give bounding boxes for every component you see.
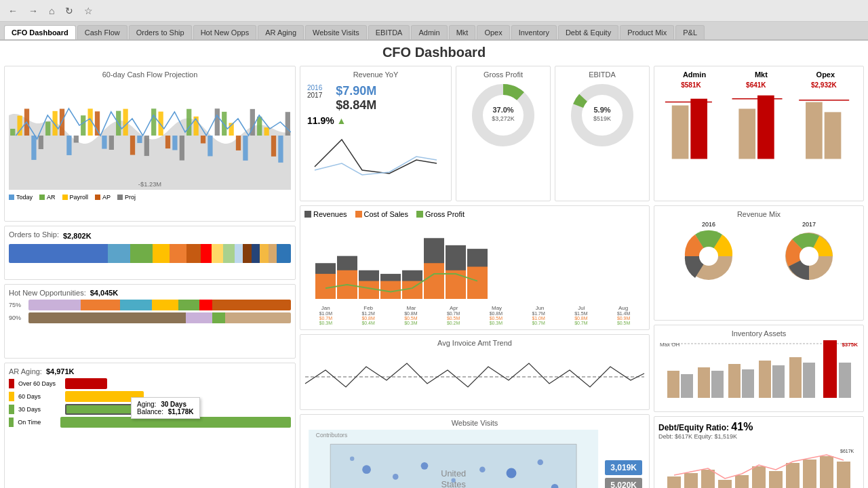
data-cell: $0.5M: [617, 321, 630, 325]
svg-point-95: [800, 247, 818, 266]
month-label: Feb: [363, 305, 373, 311]
orders-bar-segment: [277, 244, 291, 263]
tab-admin[interactable]: Admin: [411, 25, 447, 39]
svg-rect-36: [264, 127, 269, 136]
svg-point-93: [699, 247, 718, 266]
revenue-mix-title: Revenue Mix: [658, 210, 859, 218]
nav-bookmark-button[interactable]: ☆: [81, 4, 96, 18]
hotopps-amount: $4,045K: [90, 289, 119, 297]
orders-bar-segment: [252, 244, 260, 263]
bar75-label: 75%: [9, 302, 26, 308]
revenue-chart-legend: Revenues Cost of Sales Gross Profit: [304, 210, 645, 218]
hotopps-title: Hot New Opportunities:: [9, 289, 86, 297]
opex-label: Opex: [816, 70, 835, 79]
browser-bar: ← → ⌂ ↻ ☆: [0, 0, 868, 22]
svg-rect-9: [74, 136, 79, 143]
month-label: Apr: [450, 305, 458, 311]
revenue-amounts: $7.90M $8.84M: [336, 84, 376, 113]
data-cell: $1.0M: [532, 316, 545, 321]
orders-amount: $2,802K: [63, 232, 92, 240]
nav-back-button[interactable]: ←: [5, 4, 20, 18]
legend-today-dot: [9, 195, 14, 200]
svg-rect-37: [271, 136, 276, 157]
svg-rect-33: [243, 136, 248, 161]
araging-ontime-indicator: [9, 418, 14, 427]
revmix-2017: 2017: [782, 221, 836, 285]
tab-opex[interactable]: Opex: [477, 25, 509, 39]
growth-arrow: ▲: [337, 115, 347, 126]
revenue-growth: 11.9% ▲: [304, 115, 447, 126]
svg-text:United: United: [441, 468, 466, 479]
tab-product-mix[interactable]: Product Mix: [620, 25, 674, 39]
admin-label: Admin: [683, 70, 706, 79]
tab-cash-flow[interactable]: Cash Flow: [77, 25, 127, 39]
visit-stat1: 3,019K: [605, 460, 642, 475]
nav-refresh-button[interactable]: ↻: [62, 4, 76, 18]
tab-website-visits[interactable]: Website Visits: [305, 25, 367, 39]
revenue-year2017: 2017: [307, 92, 322, 99]
araging-tooltip: Aging: 30 Days Balance: $1,178K: [131, 397, 200, 419]
svg-rect-16: [123, 109, 127, 136]
nav-forward-button[interactable]: →: [26, 4, 41, 18]
orders-bar-segment: [130, 244, 153, 263]
tab-cfo-dashboard[interactable]: CFO Dashboard: [4, 25, 76, 39]
araging-60-label: 60 Days: [18, 393, 62, 400]
max-oh-label: Max OH: [660, 342, 679, 348]
araging-30-indicator: [9, 405, 14, 414]
data-cell: $0.5M: [447, 316, 460, 321]
tooltip-aging-line: Aging: 30 Days: [137, 401, 194, 408]
legend-cos-dot: [355, 211, 362, 218]
svg-rect-84: [690, 99, 707, 159]
orders-bar-segment: [9, 244, 108, 263]
svg-rect-14: [109, 136, 114, 150]
revenue-stacked-bars: [304, 221, 645, 302]
svg-rect-90: [825, 112, 842, 159]
legend-grossprofit-dot: [416, 211, 423, 218]
svg-point-69: [362, 465, 371, 474]
svg-rect-60: [424, 263, 444, 299]
svg-rect-87: [757, 96, 774, 159]
legend-ar: AR: [39, 194, 56, 201]
gross-profit-panel: Gross Profit 37.0% $3,272K: [456, 66, 551, 201]
tab-ar-aging[interactable]: AR Aging: [258, 25, 304, 39]
tab-mkt[interactable]: Mkt: [449, 25, 476, 39]
tab-orders-to-ship[interactable]: Orders to Ship: [129, 25, 192, 39]
svg-rect-107: [823, 340, 837, 398]
svg-rect-23: [172, 136, 177, 150]
svg-text:5.9%: 5.9%: [593, 106, 610, 114]
svg-point-71: [421, 462, 429, 470]
revenue-line-chart: [304, 126, 447, 180]
inventory-chart: Max OH $375K: [658, 340, 859, 398]
data-cell: $0.7M: [319, 316, 332, 321]
ebitda-donut: 5.9% $519K: [568, 81, 636, 149]
svg-rect-25: [186, 109, 191, 136]
araging-title: AR Aging:: [9, 367, 42, 375]
left-column: 60-day Cash Flow Projection -$1.23M Toda…: [4, 66, 296, 488]
svg-rect-103: [759, 361, 771, 398]
tab-hot-new-opps[interactable]: Hot New Opps: [193, 25, 257, 39]
legend-grossprofit: Gross Profit: [416, 210, 465, 218]
orders-bar-segment: [235, 244, 243, 263]
tab-inventory[interactable]: Inventory: [511, 25, 557, 39]
cashflow-chart: -$1.23M: [9, 81, 291, 190]
tab-p&l[interactable]: P&L: [675, 25, 705, 39]
tab-ebitda[interactable]: EBITDA: [368, 25, 410, 39]
araging-ontime-label: On Time: [18, 419, 58, 426]
araging-over60-bar: [65, 378, 107, 389]
svg-rect-27: [201, 136, 205, 144]
month-label: Jul: [578, 305, 585, 311]
svg-rect-119: [837, 462, 850, 488]
cashflow-panel: 60-day Cash Flow Projection -$1.23M Toda…: [4, 66, 296, 222]
tab-debt-&-equity[interactable]: Debt & Equity: [558, 25, 618, 39]
araging-60-indicator: [9, 392, 14, 401]
araging-amount: $4,971K: [46, 367, 75, 375]
svg-rect-10: [81, 115, 85, 136]
svg-rect-30: [222, 112, 226, 136]
nav-home-button[interactable]: ⌂: [46, 4, 57, 18]
svg-rect-29: [215, 108, 220, 136]
amo-budgets: $581K $641K $2,932K: [658, 81, 859, 89]
website-visits-title: Website Visits: [304, 419, 645, 427]
svg-rect-113: [735, 475, 749, 488]
mkt-label: Mkt: [755, 70, 768, 79]
data-cell: $0.5M: [404, 316, 417, 321]
